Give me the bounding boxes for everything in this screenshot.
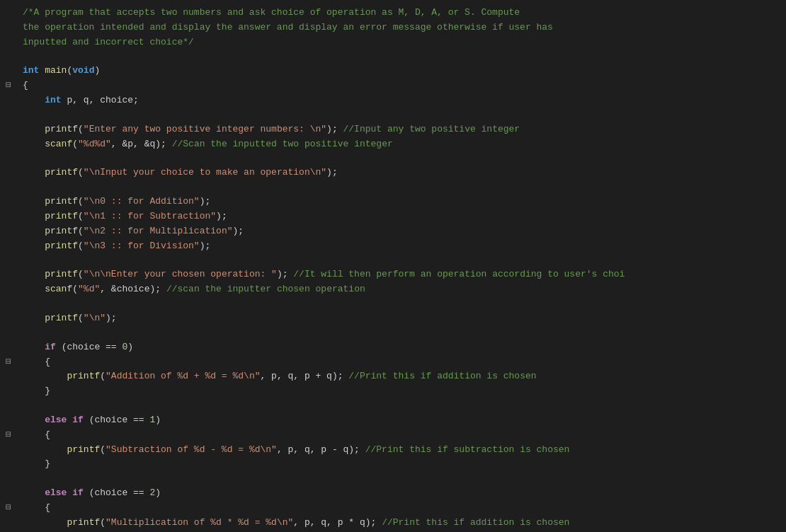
code-line: int p, q, choice; bbox=[0, 93, 786, 108]
plain-token: , p, q, p - q); bbox=[277, 444, 365, 455]
line-content[interactable]: printf("Enter any two positive integer n… bbox=[20, 122, 786, 137]
line-content[interactable]: printf("Addition of %d + %d = %d\n", p, … bbox=[20, 369, 786, 384]
function-name-token: printf bbox=[45, 313, 78, 323]
line-content[interactable]: scanf("%d%d", &p, &q); //Scan the inputt… bbox=[20, 137, 786, 152]
line-content[interactable]: int p, q, choice; bbox=[20, 93, 786, 108]
plain-token bbox=[23, 241, 45, 251]
line-content[interactable]: printf("\nInput your choice to make an o… bbox=[20, 166, 786, 180]
keyword-token: int bbox=[23, 65, 39, 76]
plain-token bbox=[23, 342, 45, 352]
plain-token: ); bbox=[200, 241, 211, 251]
code-line bbox=[0, 151, 786, 166]
line-content[interactable]: { bbox=[20, 355, 786, 370]
plain-token: (choice == bbox=[56, 342, 123, 352]
line-content[interactable]: else if (choice == 2) bbox=[20, 486, 786, 501]
function-name-token: printf bbox=[45, 241, 78, 251]
comment-token: //It will then perform an operation acco… bbox=[293, 269, 625, 279]
plain-token: ( bbox=[72, 284, 78, 294]
plain-token: { bbox=[23, 429, 50, 440]
code-line: printf("\n3 :: for Division"); bbox=[0, 239, 786, 254]
function-name-token: scanf bbox=[45, 284, 72, 294]
code-line: printf("Multiplication of %d * %d = %d\n… bbox=[0, 516, 786, 531]
keyword-token: int bbox=[45, 95, 61, 105]
line-content[interactable]: printf("\n\nEnter your chosen operation:… bbox=[20, 267, 786, 282]
plain-token: ( bbox=[78, 196, 84, 207]
line-content[interactable]: { bbox=[20, 79, 786, 93]
plain-token: ( bbox=[78, 226, 84, 236]
plain-token: ( bbox=[78, 211, 84, 221]
code-line: else if (choice == 2) bbox=[0, 486, 786, 501]
keyword-token: void bbox=[72, 65, 94, 76]
string-token: "\nInput your choice to make an operatio… bbox=[84, 167, 326, 178]
line-content[interactable]: printf("Subtraction of %d - %d = %d\n", … bbox=[20, 443, 786, 458]
line-content[interactable]: printf("Multiplication of %d * %d = %d\n… bbox=[20, 516, 786, 531]
code-line: } bbox=[0, 457, 786, 472]
plain-token: ); bbox=[326, 124, 343, 134]
comment-token: //Print this if addition is chosen bbox=[348, 371, 536, 381]
string-token: "Enter any two positive integer numbers:… bbox=[84, 124, 326, 134]
plain-token: ( bbox=[78, 313, 84, 323]
plain-token bbox=[23, 139, 45, 149]
plain-token: , &choice); bbox=[100, 284, 166, 294]
plain-token bbox=[23, 269, 45, 279]
plain-token: ( bbox=[72, 139, 78, 149]
line-content[interactable]: int main(void) bbox=[20, 64, 786, 79]
line-content[interactable]: printf("\n3 :: for Division"); bbox=[20, 239, 786, 254]
function-name-token: printf bbox=[45, 269, 78, 279]
plain-token bbox=[23, 167, 45, 178]
plain-token: { bbox=[23, 80, 28, 91]
line-content[interactable]: } bbox=[20, 457, 786, 472]
code-line bbox=[0, 50, 786, 64]
function-name-token: printf bbox=[45, 211, 78, 221]
line-content[interactable]: printf("\n"); bbox=[20, 311, 786, 326]
line-gutter: ⊟ bbox=[0, 428, 20, 443]
line-content[interactable]: /*A program that accepts two numbers and… bbox=[20, 6, 786, 21]
plain-token bbox=[23, 226, 45, 236]
plain-token: } bbox=[23, 458, 50, 469]
plain-token bbox=[23, 444, 67, 455]
string-token: "\n0 :: for Addition" bbox=[84, 196, 200, 207]
code-line: printf("\n"); bbox=[0, 311, 786, 326]
line-content[interactable]: if (choice == 0) bbox=[20, 340, 786, 355]
plain-token: ( bbox=[100, 517, 106, 528]
code-line: ⊟ { bbox=[0, 355, 786, 370]
comment-token: //Scan the inputted two positive integer bbox=[172, 139, 393, 149]
plain-token bbox=[23, 517, 67, 528]
plain-token: , p, q, p + q); bbox=[260, 371, 348, 381]
line-content[interactable]: the operation intended and display the a… bbox=[20, 21, 786, 35]
string-token: "\n2 :: for Multiplication" bbox=[84, 226, 233, 236]
plain-token: ); bbox=[200, 196, 211, 207]
code-line: the operation intended and display the a… bbox=[0, 21, 786, 35]
function-name-token: scanf bbox=[45, 139, 72, 149]
code-line: printf("\nInput your choice to make an o… bbox=[0, 166, 786, 180]
plain-token: ( bbox=[78, 269, 84, 279]
line-content[interactable]: printf("\n0 :: for Addition"); bbox=[20, 195, 786, 209]
plain-token bbox=[23, 415, 45, 425]
line-content[interactable]: printf("\n1 :: for Subtraction"); bbox=[20, 209, 786, 224]
comment-token: //Print this if addition is chosen bbox=[382, 517, 569, 528]
comment-token: inputted and incorrect choice*/ bbox=[23, 37, 194, 47]
function-name-token: printf bbox=[45, 196, 78, 207]
plain-token: ) bbox=[155, 415, 161, 425]
line-content[interactable]: scanf("%d", &choice); //scan the inputte… bbox=[20, 282, 786, 297]
plain-token: ) bbox=[155, 487, 161, 498]
line-content[interactable]: inputted and incorrect choice*/ bbox=[20, 35, 786, 50]
function-name-token: printf bbox=[45, 124, 78, 134]
code-line: ⊟ { bbox=[0, 501, 786, 516]
code-line: printf("Enter any two positive integer n… bbox=[0, 122, 786, 137]
line-content[interactable]: } bbox=[20, 384, 786, 399]
code-line: else if (choice == 1) bbox=[0, 413, 786, 428]
comment-token: the operation intended and display the a… bbox=[23, 22, 553, 33]
line-content[interactable]: { bbox=[20, 501, 786, 516]
function-name-token: printf bbox=[67, 444, 100, 455]
comment-token: //Input any two positive integer bbox=[343, 124, 520, 134]
code-line: printf("\n2 :: for Multiplication"); bbox=[0, 224, 786, 239]
string-token: "%d" bbox=[78, 284, 100, 294]
line-content[interactable]: printf("\n2 :: for Multiplication"); bbox=[20, 224, 786, 239]
code-line: ⊟{ bbox=[0, 79, 786, 93]
code-line: scanf("%d%d", &p, &q); //Scan the inputt… bbox=[0, 137, 786, 152]
line-content[interactable]: { bbox=[20, 428, 786, 443]
line-content[interactable]: else if (choice == 1) bbox=[20, 413, 786, 428]
code-line: printf("\n0 :: for Addition"); bbox=[0, 195, 786, 209]
plain-token: (choice == bbox=[84, 415, 150, 425]
